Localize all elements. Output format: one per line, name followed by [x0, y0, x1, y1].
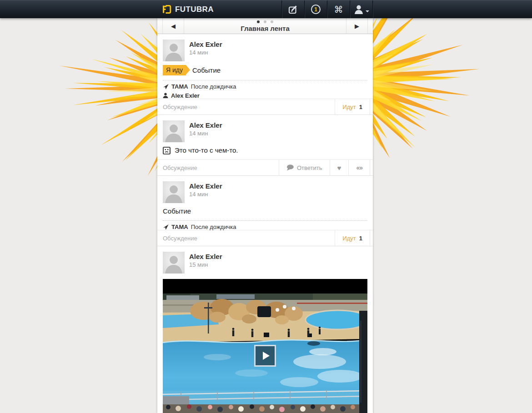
notification-badge: 1	[311, 5, 321, 14]
event-location-desc: После дождичка	[191, 224, 236, 230]
avatar[interactable]	[163, 120, 185, 142]
command-menu-button[interactable]: ⌘	[327, 0, 350, 18]
post: Alex Exler 14 мин Событие ТАМА После дож…	[157, 176, 373, 246]
sad-face-icon	[163, 147, 171, 154]
feed-column: ◀ Главная лента ▶ Alex Exler 1	[157, 18, 373, 413]
event-location-row[interactable]: ТАМА После дождичка	[163, 80, 367, 90]
post-author[interactable]: Alex Exler	[189, 121, 222, 129]
next-arrow-icon: ▶	[355, 23, 359, 30]
post-header: Alex Exler 15 мин	[163, 246, 367, 276]
discussion-link[interactable]: Обсуждение	[157, 99, 335, 114]
event-location-name: ТАМА	[171, 83, 188, 90]
post-header: Alex Exler 14 мин	[163, 115, 367, 145]
notifications-button[interactable]: 1	[304, 0, 327, 18]
discussion-link[interactable]: Обсуждение	[157, 230, 335, 246]
chevron-down-icon	[366, 10, 369, 12]
brand-name: FUTUBRA	[175, 5, 214, 14]
avatar-placeholder-icon	[163, 252, 185, 274]
event-person-name: Alex Exler	[171, 92, 200, 99]
post-body: Я иду Событие	[163, 64, 367, 80]
post-footer: Обсуждение Идут 1	[157, 230, 373, 246]
post-body: Это что-то с чем-то.	[163, 145, 367, 159]
feed-header: ◀ Главная лента ▶	[157, 18, 373, 34]
going-count: 1	[359, 235, 362, 242]
location-arrow-icon	[163, 224, 169, 230]
post-text: Это что-то с чем-то.	[175, 146, 238, 155]
next-feed-button[interactable]: ▶	[346, 18, 368, 34]
top-navigation-bar: FUTUBRA 1 ⌘	[0, 0, 532, 18]
compose-button[interactable]	[281, 0, 304, 18]
post-author[interactable]: Alex Exler	[189, 40, 222, 48]
avatar[interactable]	[163, 252, 185, 274]
prev-arrow-icon: ◀	[171, 23, 176, 30]
post-author[interactable]: Alex Exler	[189, 253, 222, 260]
post-text: Событие	[163, 207, 191, 216]
post-footer: Обсуждение Идут 1	[157, 99, 373, 114]
event-person-row[interactable]: Alex Exler	[163, 90, 367, 99]
going-count-button[interactable]: Идут 1	[335, 230, 370, 246]
going-label: Идут	[342, 235, 356, 242]
video-thumbnail[interactable]	[163, 279, 367, 413]
post-time: 14 мин	[189, 49, 222, 56]
post-text: Событие	[192, 66, 221, 75]
location-arrow-icon	[163, 84, 169, 90]
post-time: 14 мин	[189, 130, 222, 137]
post-header: Alex Exler 14 мин	[163, 34, 367, 64]
discussion-link[interactable]: Обсуждение	[157, 160, 279, 175]
quote-icon: «»	[356, 164, 362, 171]
post-author[interactable]: Alex Exler	[189, 182, 222, 190]
feed-title: Главная лента	[241, 25, 290, 32]
going-count-button[interactable]: Идут 1	[335, 99, 370, 114]
avatar[interactable]	[163, 181, 185, 203]
avatar-placeholder-icon	[163, 120, 185, 142]
feed-pagination-dots	[257, 20, 273, 23]
post-footer: Обсуждение Ответить ♥ «»	[157, 159, 373, 175]
user-icon	[354, 5, 364, 14]
avatar[interactable]	[163, 40, 185, 61]
play-icon	[263, 352, 270, 360]
going-badge: Я иду	[163, 65, 186, 75]
avatar-placeholder-icon	[163, 181, 185, 203]
like-button[interactable]: ♥	[330, 160, 349, 175]
post-time: 15 мин	[189, 261, 222, 268]
event-location-row[interactable]: ТАМА После дождичка	[163, 221, 367, 230]
avatar-placeholder-icon	[163, 40, 185, 61]
person-icon	[163, 93, 168, 98]
post-body: Событие	[163, 206, 367, 220]
going-count: 1	[359, 104, 362, 110]
post: Alex Exler 14 мин Это что-то с чем-то. О…	[157, 115, 373, 176]
notification-count: 1	[314, 6, 317, 13]
post: Alex Exler 15 мин	[157, 246, 373, 413]
brand-logo[interactable]: FUTUBRA	[157, 0, 281, 18]
play-button[interactable]	[254, 345, 276, 367]
going-label: Идут	[342, 104, 356, 110]
reply-bubble-icon	[286, 164, 294, 171]
post-header: Alex Exler 14 мин	[163, 176, 367, 206]
compose-icon	[288, 5, 298, 15]
futubra-logo-icon	[161, 4, 172, 15]
command-icon: ⌘	[334, 5, 343, 14]
post-time: 14 мин	[189, 191, 222, 198]
pagination-dot-active[interactable]	[257, 20, 260, 23]
heart-icon: ♥	[337, 164, 341, 172]
feed-title-block: Главная лента	[184, 18, 346, 34]
quote-button[interactable]: «»	[348, 160, 370, 175]
reply-button[interactable]: Ответить	[279, 160, 330, 175]
post: Alex Exler 14 мин Я иду Событие ТАМА Пос…	[157, 34, 373, 115]
prev-feed-button[interactable]: ◀	[162, 18, 184, 34]
pagination-dot[interactable]	[264, 20, 266, 23]
event-location-desc: После дождичка	[191, 83, 236, 90]
user-menu-button[interactable]	[350, 0, 372, 18]
pagination-dot[interactable]	[271, 20, 273, 23]
event-location-name: ТАМА	[171, 224, 188, 230]
